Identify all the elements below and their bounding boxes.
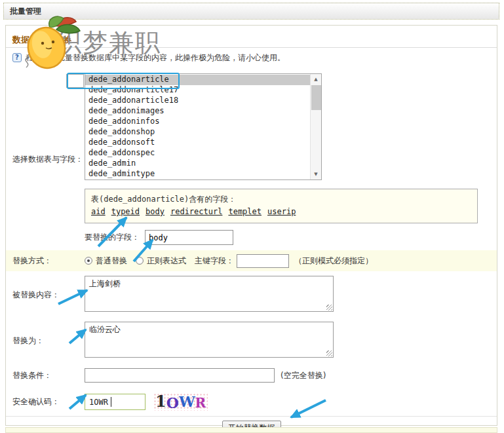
field-link[interactable]: templet [228,207,262,216]
table-select-label: 选择数据表与字段： [6,154,85,165]
radio-regex[interactable] [136,257,144,265]
condition-input[interactable] [85,368,275,383]
replace-mode-row: 替换方式： 普通替换 正则表达式 主键字段： （正则模式必须指定） [6,250,497,271]
regex-hint: （正则模式必须指定） [294,255,373,267]
condition-hint: (空完全替换) [281,370,326,381]
scrollbar-thumb[interactable] [311,85,321,110]
table-select[interactable]: dede_addonarticledede_addonarticle17dede… [85,73,322,180]
target-content-textarea[interactable]: 临汾云心 [85,322,334,358]
fields-info-box: 表(dede_addonarticle)含有的字段： aidtypeidbody… [85,189,478,223]
primary-key-label: 主键字段： [195,255,234,267]
scroll-down-icon[interactable]: ▼ [311,169,321,179]
field-link[interactable]: redirecturl [170,207,222,216]
captcha-row: 安全确认码： 1OWR [6,388,497,416]
condition-row: 替换条件： (空完全替换) [6,363,497,388]
field-link[interactable]: aid [91,207,106,216]
mango-mascot-image [20,14,87,71]
scroll-up-icon[interactable]: ▲ [311,74,321,85]
captcha-char: W [179,394,195,409]
source-content-textarea[interactable]: 上海剑桥 [85,276,334,312]
table-option[interactable]: dede_addoninfos [85,117,310,127]
replace-field-row: 要替换的字段： [85,230,497,245]
field-link[interactable]: userip [267,207,296,216]
text-cursor [111,397,111,407]
bottom-strip [5,427,497,433]
table-options: dede_addonarticledede_addonarticle17dede… [85,74,310,179]
fields-links: aidtypeidbodyredirecturltempletuserip [91,206,471,218]
target-content-label: 替换为： [6,335,85,347]
radio-normal-label: 普通替换 [96,255,127,267]
source-content-row: 被替换内容： 上海剑桥 [6,271,497,317]
table-select-row: 选择数据表与字段： dede_addonarticledede_addonart… [6,68,497,250]
annotation-highlight-rect [67,73,180,89]
table-option[interactable]: dede_admin [85,159,310,169]
field-link[interactable]: typeid [111,207,140,216]
fields-info-title: 表(dede_addonarticle)含有的字段： [91,193,471,206]
radio-normal-replace[interactable] [85,257,92,265]
captcha-input[interactable] [85,394,145,410]
table-option[interactable]: dede_addonspec [85,148,310,159]
table-option[interactable]: dede_addonarticle18 [85,96,310,106]
captcha-char: 1 [155,394,166,409]
replace-mode-label: 替换方式： [6,255,85,267]
radio-regex-label: 正则表达式 [147,255,186,267]
field-link[interactable]: body [145,207,165,216]
listbox-scrollbar[interactable]: ▲ ▼ [310,74,321,179]
captcha-image: 1OWR [153,393,208,411]
source-content-label: 被替换内容： [6,290,85,301]
table-option[interactable]: dede_addonshop [85,127,310,138]
captcha-char: R [195,396,206,409]
replace-field-label: 要替换的字段： [85,232,140,243]
table-option[interactable]: dede_addonsoft [85,138,310,148]
table-option[interactable]: dede_addonimages [85,106,310,117]
condition-label: 替换条件： [6,370,85,381]
replace-field-input[interactable] [145,230,233,245]
target-content-row: 替换为： 临汾云心 [6,317,497,363]
captcha-char: O [166,396,179,410]
table-option[interactable]: dede_admintype [85,169,310,179]
primary-key-input[interactable] [237,254,289,268]
captcha-label: 安全确认码： [6,396,85,407]
